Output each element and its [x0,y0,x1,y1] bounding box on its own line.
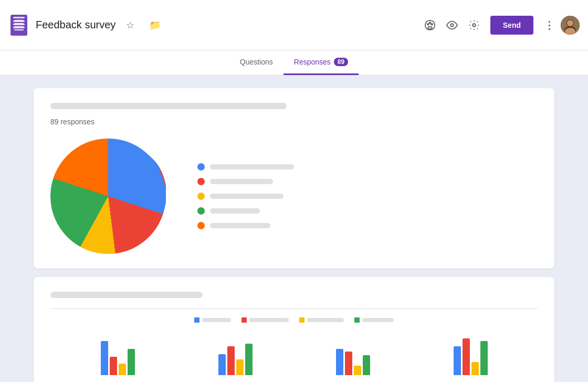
app-icon [8,15,29,36]
tab-responses[interactable]: Responses 89 [284,50,359,75]
pie-chart-card: 89 responses [34,88,554,269]
content-area: 89 responses [0,76,588,382]
pie-section [50,139,538,254]
response-badge: 89 [334,58,348,66]
bar [119,364,126,375]
settings-button[interactable] [464,15,484,35]
send-button[interactable]: Send [490,16,533,35]
pie-legend [197,163,538,229]
tabs-bar: Questions Responses 89 [0,50,588,76]
more-button[interactable]: ⋮ [540,15,559,36]
bar-group-4 [454,338,488,375]
bar [471,362,479,375]
bar [454,346,461,375]
folder-button[interactable]: 📁 [145,15,165,35]
bar-chart-card [34,277,554,382]
bar-group-2 [218,344,253,375]
legend-label-2 [210,179,273,184]
legend-item-4 [197,207,538,215]
bar-group-1 [101,341,135,375]
bar [480,341,488,375]
bar [128,349,135,375]
svg-point-1 [427,23,429,25]
bar [354,366,361,375]
bar [345,352,352,375]
bar [110,357,117,375]
bar [245,344,253,375]
bar-legend-yellow [299,317,344,323]
legend-dot-yellow [197,193,205,200]
header: Feedback survey ☆ 📁 Send [0,0,588,50]
card-title-bar-1 [50,103,287,109]
pie-chart [50,139,166,254]
legend-item-1 [197,163,538,171]
bar [463,338,470,375]
avatar[interactable] [561,16,580,35]
bar-legend-dot-red [242,317,247,323]
legend-item-2 [197,178,538,185]
legend-item-3 [197,193,538,200]
legend-dot-red [197,178,205,185]
response-count: 89 responses [50,118,538,126]
bar [227,346,235,375]
bar-legend-dot-blue [194,317,200,323]
bar [363,355,370,375]
legend-dot-green [197,207,205,215]
legend-dot-blue [197,163,205,171]
legend-label-1 [210,164,294,169]
svg-point-3 [431,23,433,25]
bar-legend-dot-yellow [299,317,304,323]
legend-item-5 [197,222,538,229]
card-title-bar-2 [50,292,203,298]
bar-legend-green [354,317,394,323]
header-left: Feedback survey ☆ 📁 [8,15,420,36]
bar [218,354,226,375]
bars-area [50,333,538,375]
bar-legend-blue [194,317,231,323]
svg-point-5 [472,24,476,27]
bar-chart-legend [50,317,538,323]
document-title: Feedback survey [36,19,116,31]
svg-point-9 [567,20,573,26]
svg-point-2 [429,22,430,24]
legend-label-3 [210,194,284,199]
legend-label-5 [210,223,270,228]
bar-legend-red [242,317,289,323]
tab-questions[interactable]: Questions [229,50,284,75]
avatar-image [561,16,580,35]
bar [101,341,108,375]
bar-legend-dot-green [354,317,360,323]
legend-dot-orange [197,222,205,229]
preview-button[interactable] [442,15,462,35]
bar-group-3 [336,349,370,375]
svg-point-4 [450,24,454,27]
legend-label-4 [210,208,260,214]
bar [336,349,343,375]
bar [236,359,244,375]
star-button[interactable]: ☆ [122,15,139,35]
header-right: Send ⋮ [420,15,580,36]
forms-icon [10,15,27,36]
palette-button[interactable] [420,15,440,35]
